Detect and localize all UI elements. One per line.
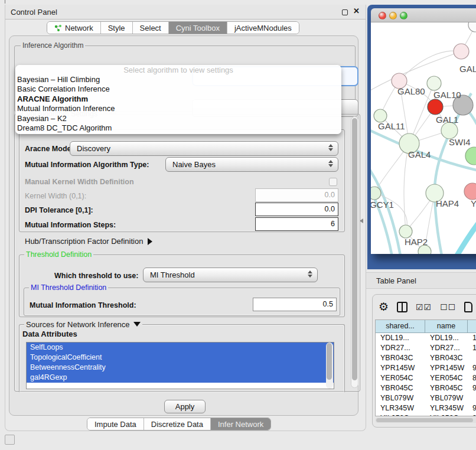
panel-title: Control Panel [11, 8, 57, 17]
column-header-shared[interactable]: shared... [376, 320, 425, 333]
node-label: GAL11 [378, 121, 405, 131]
tab-style[interactable]: Style [100, 22, 132, 34]
data-attributes-list[interactable]: SelfLoopsTopologicalCoefficientBetweenne… [26, 342, 334, 389]
mi-algorithm-type-select[interactable]: Naive Bayes [165, 157, 338, 172]
column-split-icon[interactable] [397, 302, 407, 312]
attribute-item[interactable]: BetweennessCentrality [27, 363, 334, 373]
network-node-gal[interactable] [454, 44, 469, 59]
table-cell: YBR043C [376, 353, 425, 363]
mi-steps-field[interactable]: 6 [255, 217, 338, 231]
network-node-gcy1[interactable] [371, 187, 381, 200]
table-cell: YBR043C [425, 353, 468, 363]
algorithm-option[interactable]: Basic Correlation Inference [15, 84, 341, 94]
network-window-titlebar [371, 8, 476, 22]
float-window-icon[interactable] [342, 9, 348, 15]
column-header-name[interactable]: name [425, 320, 468, 333]
select-all-icon[interactable]: ☑☑ [416, 302, 432, 312]
function-builder-icon[interactable] [464, 302, 472, 312]
mi-algorithm-type-label: Mutual Information Algorithm Type: [25, 161, 149, 169]
network-node-hap2[interactable] [399, 225, 412, 238]
attribute-item[interactable]: TopologicalCoefficient [27, 353, 334, 363]
minimize-traffic-light-icon[interactable] [389, 12, 397, 19]
infer-network-tab-content: Inference Algorithm gal-filtered sif def… [9, 35, 358, 416]
gear-icon[interactable]: ⚙ [379, 301, 389, 314]
node-label: GCY1 [371, 200, 394, 210]
aracne-mode-label: Aracne Mode: [25, 145, 74, 153]
tab-infer-network[interactable]: Infer Network [210, 418, 270, 430]
table-row[interactable]: YBR045CYBR045C9. [376, 383, 476, 393]
node-table: shared...nameA YDL19...YDL19...13YDR27..… [375, 319, 476, 416]
dpi-tolerance-label: DPI Tolerance [0,1]: [25, 206, 93, 214]
node-label: GAL10 [433, 90, 461, 100]
kernel-width-field[interactable]: 0.0 [255, 188, 338, 202]
table-cell: YBR045C [425, 383, 468, 393]
cyni-bottom-tabbar: Impute DataDiscretize DataInfer Network [87, 418, 271, 431]
network-node-swi4[interactable] [465, 147, 476, 165]
table-row[interactable]: YDR27...YDR27...12 [376, 343, 476, 353]
table-row[interactable]: YPR145WYPR145W9. [376, 363, 476, 373]
algorithm-option[interactable]: Mutual Information Inference [15, 104, 341, 113]
network-node-y[interactable] [464, 183, 476, 200]
network-edge[interactable] [399, 51, 461, 81]
attribute-item[interactable]: gal4RGexp [27, 373, 334, 383]
manual-kernel-width-checkbox[interactable] [329, 178, 337, 186]
table-row[interactable]: YER054CYER054C8. [376, 373, 476, 383]
algorithm-option[interactable]: Bayesian – Hill Climbing [15, 75, 341, 84]
close-icon[interactable]: ✕ [353, 6, 360, 15]
network-canvas[interactable]: GALGAL80GAL10GAL1GAL11GAL4SWI4GCY1HAP4YH… [371, 22, 476, 254]
tab-network[interactable]: Network [47, 22, 100, 34]
close-traffic-light-icon[interactable] [379, 12, 386, 19]
deselect-all-icon[interactable]: ☐☐ [440, 302, 456, 312]
table-row[interactable]: YBL079WYBL079W [376, 393, 476, 403]
table-row[interactable]: YIL052CYIL052C9. [376, 413, 476, 416]
table-cell: YIL052C [376, 413, 425, 416]
tab-cyni-toolbox[interactable]: Cyni Toolbox [168, 22, 227, 34]
network-edge[interactable] [446, 211, 476, 254]
tab-jactivemnodules[interactable]: jActiveMNodules [227, 22, 299, 34]
expander-right-icon [148, 238, 152, 245]
table-row[interactable]: YBR043CYBR043C [376, 353, 476, 363]
mi-threshold-field[interactable]: 0.5 [253, 298, 337, 311]
sources-title[interactable]: Sources for Network Inference [24, 320, 142, 329]
tab-label: Cyni Toolbox [176, 24, 220, 32]
splitter-collapse-arrow[interactable] [360, 219, 363, 223]
mi-threshold-title: MI Threshold Definition [29, 283, 108, 292]
minimized-panel-box[interactable] [5, 435, 15, 445]
settings-scrollbar[interactable] [351, 116, 358, 388]
aracne-mode-select[interactable]: Discovery [70, 141, 338, 156]
attribute-item[interactable]: SelfLoops [27, 343, 334, 353]
expander-down-icon [133, 322, 141, 327]
network-view-frame: GALGAL80GAL10GAL1GAL11GAL4SWI4GCY1HAP4YH… [367, 5, 476, 269]
attributes-scrollbar[interactable] [326, 343, 333, 389]
tab-discretize-data[interactable]: Discretize Data [144, 418, 210, 430]
apply-button[interactable]: Apply [164, 400, 206, 413]
network-node[interactable] [441, 122, 458, 139]
table-row[interactable]: YLR345WYLR345W9. [376, 403, 476, 413]
table-row[interactable]: YDL19...YDL19...13 [376, 333, 476, 343]
control-panel-window: Control Panel ✕ NetworkStyleSelectCyni T… [5, 5, 366, 431]
network-icon [54, 24, 62, 32]
which-threshold-select[interactable]: MI Threshold [143, 268, 318, 282]
hub-definition-expander[interactable]: Hub/Transcription Factor Definition [25, 237, 152, 246]
network-node-gal10[interactable] [427, 76, 441, 90]
tab-label: Discretize Data [151, 420, 203, 429]
stepper-arrows-icon [328, 144, 333, 151]
table-cell: 9. [468, 363, 476, 373]
table-cell: YER054C [376, 373, 425, 383]
table-horizontal-scrollbar[interactable] [375, 418, 476, 423]
zoom-traffic-light-icon[interactable] [400, 12, 407, 19]
dpi-tolerance-field[interactable]: 0.0 [255, 203, 338, 216]
network-node-gal11[interactable] [374, 109, 387, 122]
algorithm-option[interactable]: Dream8 DC_TDC Algorithm [15, 123, 341, 133]
algorithm-option[interactable]: ARACNE Algorithm [15, 94, 341, 104]
control-panel-titlebar: Control Panel ✕ [5, 5, 366, 19]
algorithm-option[interactable]: Bayesian – K2 [15, 114, 341, 123]
network-node-gal1[interactable] [428, 99, 443, 115]
table-cell [468, 353, 476, 363]
network-node[interactable] [468, 22, 476, 32]
tab-impute-data[interactable]: Impute Data [87, 418, 144, 430]
tab-select[interactable]: Select [132, 22, 168, 34]
algorithm-dropdown-popup: Select algorithm to view settings Bayesi… [15, 65, 341, 134]
algorithm-placeholder: Select algorithm to view settings [15, 66, 341, 75]
column-header-A[interactable]: A [468, 320, 476, 333]
